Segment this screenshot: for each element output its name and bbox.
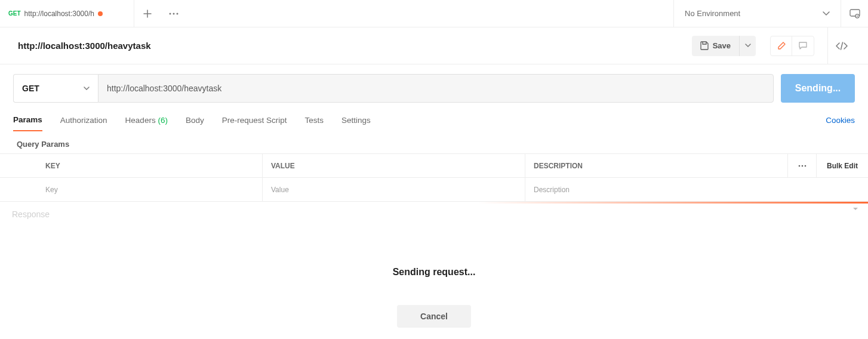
comment-mode-group [770, 36, 814, 56]
environment-selector[interactable]: No Environment [673, 0, 841, 27]
caret-down-icon [852, 207, 858, 211]
environment-label: No Environment [685, 9, 817, 18]
cookies-link[interactable]: Cookies [826, 116, 855, 131]
sending-state: Sending request... Cancel [12, 267, 856, 328]
bulk-edit-button[interactable]: Bulk Edit [817, 154, 868, 177]
tab-body[interactable]: Body [186, 116, 204, 131]
tab-headers-label: Headers [125, 116, 156, 125]
chevron-down-icon [823, 11, 830, 16]
plus-icon [143, 10, 152, 18]
http-method-label: GET [22, 84, 39, 93]
ellipsis-icon [169, 13, 178, 15]
svg-point-5 [857, 16, 858, 17]
tab-actions [134, 0, 187, 27]
svg-point-6 [798, 165, 800, 167]
tab-headers[interactable]: Headers (6) [125, 116, 168, 131]
svg-point-8 [804, 165, 806, 167]
request-row: GET Sending... [0, 64, 868, 112]
tab-method-badge: GET [8, 10, 21, 17]
svg-point-7 [801, 165, 803, 167]
request-titlebar: http://localhost:3000/heavytask Save [0, 27, 868, 64]
request-name: http://localhost:3000/heavytask [18, 41, 692, 51]
save-button-label: Save [713, 41, 731, 50]
param-key-input[interactable]: Key [0, 178, 263, 201]
request-url-input[interactable] [98, 74, 774, 103]
query-params-title: Query Params [0, 134, 868, 153]
col-value-header: VALUE [263, 154, 525, 177]
tab-tests[interactable]: Tests [304, 116, 324, 131]
unsaved-dot-icon [98, 11, 103, 16]
chevron-down-icon [745, 44, 751, 48]
eye-list-icon [849, 9, 860, 19]
new-tab-button[interactable] [134, 0, 161, 27]
tab-prerequest[interactable]: Pre-request Script [222, 116, 287, 131]
save-button-group: Save [692, 36, 756, 56]
tab-params[interactable]: Params [13, 115, 42, 131]
tab-title: http://localhost:3000/h [24, 10, 94, 18]
headers-count: (6) [158, 116, 168, 125]
save-icon [700, 41, 709, 50]
tab-authorization[interactable]: Authorization [60, 116, 107, 131]
tab-overflow-button[interactable] [161, 0, 187, 27]
request-subtabs: Params Authorization Headers (6) Body Pr… [0, 112, 868, 134]
param-value-input[interactable]: Value [263, 178, 525, 201]
code-icon [836, 42, 848, 50]
ellipsis-icon [798, 165, 807, 167]
query-params-table: KEY VALUE DESCRIPTION Bulk Edit Key Valu… [0, 153, 868, 202]
columns-options-button[interactable] [788, 154, 817, 177]
send-button[interactable]: Sending... [781, 74, 855, 103]
save-button[interactable]: Save [692, 36, 739, 56]
svg-point-0 [170, 13, 171, 14]
comment-icon [799, 42, 807, 50]
code-panel-toggle[interactable] [827, 27, 855, 64]
cancel-request-button[interactable]: Cancel [397, 305, 471, 328]
response-title: Response [12, 209, 50, 219]
response-panel: Response Sending request... Cancel [0, 204, 868, 334]
request-tab[interactable]: GET http://localhost:3000/h [0, 0, 134, 27]
col-key-header: KEY [0, 154, 263, 177]
param-desc-input[interactable]: Description [525, 178, 788, 201]
response-collapse-toggle[interactable] [852, 207, 858, 211]
top-tab-strip: GET http://localhost:3000/h No Environme… [0, 0, 868, 27]
pencil-icon [777, 42, 786, 50]
edit-mode-button[interactable] [771, 36, 792, 56]
sending-message: Sending request... [12, 267, 856, 278]
col-desc-header: DESCRIPTION [525, 154, 788, 177]
svg-point-2 [177, 13, 178, 14]
comment-mode-button[interactable] [792, 36, 814, 56]
query-params-header-row: KEY VALUE DESCRIPTION Bulk Edit [0, 154, 868, 178]
save-dropdown-button[interactable] [739, 36, 756, 56]
http-method-selector[interactable]: GET [13, 74, 98, 103]
chevron-down-icon [84, 87, 90, 91]
svg-point-1 [173, 13, 175, 14]
tab-settings[interactable]: Settings [341, 116, 371, 131]
environment-quicklook-button[interactable] [841, 0, 868, 27]
query-params-input-row[interactable]: Key Value Description [0, 178, 868, 202]
